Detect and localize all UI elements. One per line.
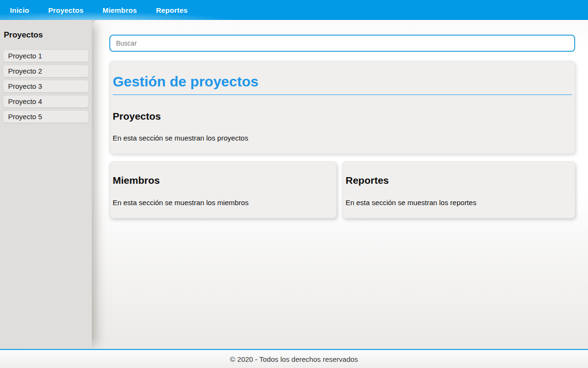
summary-cards-row: Miembros En esta sección se muestran los… (109, 161, 575, 218)
projects-sidebar: Proyectos Proyecto 1 Proyecto 2 Proyecto… (0, 20, 92, 349)
hero-panel: Gestión de proyectos Proyectos En esta s… (109, 61, 575, 154)
nav-item-inicio[interactable]: Inicio (0, 1, 39, 19)
sidebar-item-proyecto-1[interactable]: Proyecto 1 (3, 49, 89, 62)
page-title: Gestión de proyectos (113, 74, 572, 95)
project-list: Proyecto 1 Proyecto 2 Proyecto 3 Proyect… (3, 49, 89, 123)
main-content: Gestión de proyectos Proyectos En esta s… (92, 20, 588, 349)
search-input[interactable] (109, 35, 575, 52)
card-miembros-text: En esta sección se muestran los miembros (113, 198, 333, 207)
card-reportes-text: En esta sección se muestran los reportes (346, 198, 572, 207)
page-body: Proyectos Proyecto 1 Proyecto 2 Proyecto… (0, 20, 588, 349)
card-reportes: Reportes En esta sección se muestran los… (342, 161, 575, 218)
sidebar-item-proyecto-3[interactable]: Proyecto 3 (3, 80, 89, 93)
nav-item-miembros[interactable]: Miembros (93, 1, 146, 19)
nav-item-reportes[interactable]: Reportes (146, 1, 197, 19)
card-reportes-title: Reportes (346, 175, 572, 186)
nav-item-proyectos[interactable]: Proyectos (39, 1, 93, 19)
copyright-text: © 2020 - Todos los derechos reservados (230, 355, 358, 363)
sidebar-title: Proyectos (4, 30, 89, 40)
card-miembros: Miembros En esta sección se muestran los… (109, 161, 337, 218)
sidebar-item-proyecto-4[interactable]: Proyecto 4 (3, 95, 89, 108)
page-footer: © 2020 - Todos los derechos reservados (0, 349, 588, 368)
sidebar-item-proyecto-5[interactable]: Proyecto 5 (3, 110, 89, 123)
top-navbar: Inicio Proyectos Miembros Reportes (0, 0, 588, 20)
card-miembros-title: Miembros (113, 175, 333, 186)
sidebar-item-proyecto-2[interactable]: Proyecto 2 (3, 65, 89, 77)
hero-section-title: Proyectos (113, 111, 572, 122)
hero-section-text: En esta sección se muestran los proyecto… (113, 134, 572, 142)
